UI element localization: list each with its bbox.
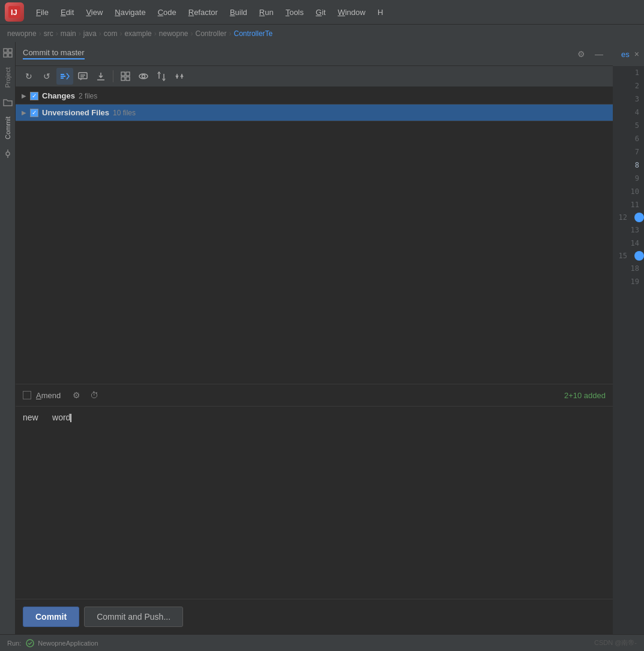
toolbar: ↻ ↺: [16, 66, 613, 88]
changes-arrow-icon: ▶: [22, 92, 26, 99]
breadcrumb-sep-3: ›: [79, 29, 81, 38]
breadcrumb-sep-7: ›: [191, 29, 193, 38]
breadcrumb-sep-5: ›: [119, 29, 122, 38]
changes-checkbox[interactable]: ✓: [30, 92, 38, 100]
line-15: 15: [613, 249, 632, 262]
vertical-sidebar: Project Commit: [0, 42, 16, 634]
menu-edit[interactable]: Edit: [56, 5, 79, 19]
line-10: 10: [613, 185, 644, 198]
svg-rect-5: [8, 53, 12, 57]
menu-help[interactable]: H: [373, 5, 388, 19]
menu-code[interactable]: Code: [153, 5, 181, 19]
menu-tools[interactable]: Tools: [281, 5, 308, 19]
svg-rect-16: [121, 72, 125, 76]
line-12: 12: [613, 211, 632, 224]
svg-rect-19: [126, 77, 130, 80]
added-stats: 2+10 added: [564, 391, 606, 400]
breadcrumb-sep-4: ›: [99, 29, 101, 38]
group-button[interactable]: [117, 68, 134, 85]
breadcrumb-controllerte[interactable]: ControllerTe: [234, 29, 273, 38]
undo-button[interactable]: ↺: [38, 68, 55, 85]
right-tab-name[interactable]: es: [621, 50, 630, 59]
amend-history-icon[interactable]: ⏱: [88, 389, 101, 401]
close-tab-icon[interactable]: ×: [634, 49, 639, 59]
right-panel: es × 1 2 3 4 5 6 7 8 9 10 11 12 13 14 15: [613, 42, 644, 634]
unversioned-arrow-icon: ▶: [22, 109, 26, 116]
status-watermark: CSDN @南帝-: [594, 638, 637, 647]
changes-section-header[interactable]: ▶ ✓ Changes 2 files: [16, 88, 613, 104]
line-14: 14: [613, 237, 644, 250]
breadcrumb-controller[interactable]: Controller: [196, 29, 227, 38]
line-15-icon: [634, 251, 644, 261]
commit-text-part2: word: [52, 413, 70, 422]
main-layout: Project Commit Commit to master ⚙ —: [0, 42, 644, 634]
svg-rect-18: [121, 77, 125, 80]
sidebar-git-icon[interactable]: [2, 148, 14, 160]
unversioned-section: ▶ ✓ Unversioned Files 10 files: [16, 104, 613, 121]
line-11: 11: [613, 198, 644, 211]
amend-icons: ⚙ ⏱: [70, 389, 101, 401]
commit-and-push-button[interactable]: Commit and Push...: [84, 607, 183, 627]
changes-count: 2 files: [79, 92, 97, 100]
line-5: 5: [613, 119, 644, 132]
changes-section: ▶ ✓ Changes 2 files: [16, 88, 613, 104]
breadcrumb-main[interactable]: main: [61, 29, 76, 38]
status-icon: [26, 639, 34, 647]
sidebar-tab-commit[interactable]: Commit: [2, 112, 14, 144]
line-8: 8: [613, 159, 644, 172]
breadcrumb-src[interactable]: src: [44, 29, 53, 38]
line-1: 1: [613, 66, 644, 79]
menu-run[interactable]: Run: [254, 5, 278, 19]
line-7: 7: [613, 145, 644, 159]
diff-button[interactable]: [56, 68, 73, 85]
svg-point-6: [6, 152, 10, 156]
menu-git[interactable]: Git: [311, 5, 331, 19]
line-4: 4: [613, 106, 644, 119]
commit-message-area[interactable]: new word: [16, 407, 613, 479]
comment-button[interactable]: [74, 68, 91, 85]
menu-view[interactable]: View: [81, 5, 107, 19]
changes-label: Changes: [42, 91, 75, 100]
panel-title-text: Commit to master: [23, 48, 85, 59]
status-left: Run:: [7, 640, 21, 647]
line-12-with-icon: 12: [613, 211, 644, 223]
settings-icon[interactable]: ⚙: [575, 48, 588, 60]
breadcrumb-java[interactable]: java: [83, 29, 97, 38]
eye-button[interactable]: [135, 68, 152, 85]
refresh-button[interactable]: ↻: [20, 68, 37, 85]
breadcrumb-com[interactable]: com: [104, 29, 118, 38]
menu-navigate[interactable]: Navigate: [110, 5, 150, 19]
unversioned-section-header[interactable]: ▶ ✓ Unversioned Files 10 files: [16, 104, 613, 121]
amend-checkbox[interactable]: [23, 391, 31, 399]
menu-file[interactable]: File: [31, 5, 53, 19]
menu-bar: IJ File Edit View Navigate Code Refactor…: [0, 0, 644, 24]
breadcrumb-example[interactable]: example: [124, 29, 151, 38]
menu-build[interactable]: Build: [225, 5, 252, 19]
line-19: 19: [613, 275, 644, 288]
sidebar-folder-icon[interactable]: [2, 96, 14, 108]
svg-rect-9: [61, 74, 64, 75]
svg-rect-11: [61, 77, 64, 79]
sidebar-project-icon[interactable]: [2, 47, 14, 59]
svg-text:IJ: IJ: [11, 8, 17, 17]
menu-refactor[interactable]: Refactor: [184, 5, 223, 19]
breadcrumb-newopne2[interactable]: newopne: [159, 29, 188, 38]
unversioned-label: Unversioned Files: [42, 108, 109, 117]
unversioned-checkbox[interactable]: ✓: [30, 109, 38, 117]
amend-row: Amend ⚙ ⏱ 2+10 added: [16, 384, 613, 407]
toolbar-divider-1: [113, 70, 113, 82]
line-3: 3: [613, 92, 644, 106]
right-panel-top: es ×: [613, 42, 644, 66]
sidebar-tab-project[interactable]: Project: [2, 62, 14, 92]
line-6: 6: [613, 132, 644, 145]
amend-settings-icon[interactable]: ⚙: [70, 389, 83, 401]
panel-title: Commit to master: [23, 48, 575, 59]
collapse-all-button[interactable]: [171, 68, 188, 85]
expand-all-button[interactable]: [153, 68, 170, 85]
line-9: 9: [613, 172, 644, 185]
commit-button[interactable]: Commit: [23, 607, 79, 627]
minimize-icon[interactable]: —: [592, 48, 606, 60]
menu-window[interactable]: Window: [333, 5, 370, 19]
breadcrumb-newopne[interactable]: newopne: [7, 29, 37, 38]
download-button[interactable]: [92, 68, 109, 85]
